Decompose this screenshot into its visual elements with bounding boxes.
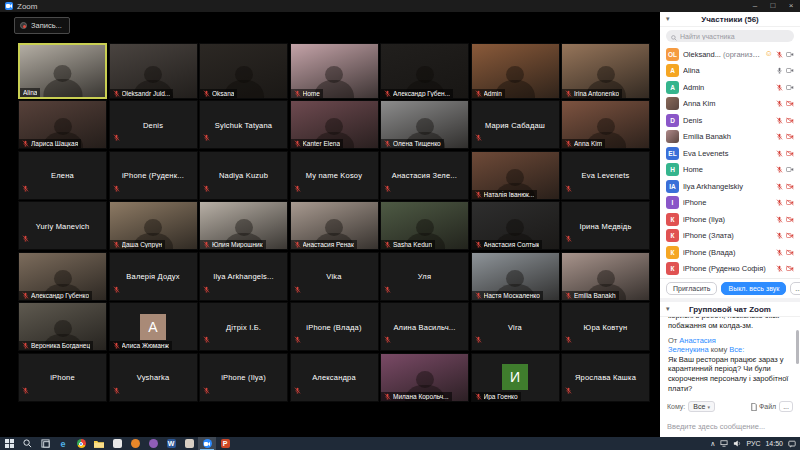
participant-tile[interactable]: Nadiya Kuzub (199, 151, 288, 200)
chat-recipient-select[interactable]: Все▾ (688, 401, 715, 412)
video-tile[interactable]: Anna Kim (561, 100, 650, 149)
participant-tile[interactable]: Мария Сабадаш (471, 100, 560, 149)
video-tile[interactable]: Sasha Kedun (380, 201, 469, 250)
network-icon[interactable] (720, 440, 728, 447)
participant-row[interactable]: КiPhone (Руденко Софія) (660, 261, 800, 278)
maximize-button[interactable]: □ (764, 0, 782, 12)
video-tile[interactable]: Oksana (199, 43, 288, 99)
participant-row[interactable]: AAlina (660, 63, 800, 80)
clock[interactable]: 14:50 (765, 440, 783, 447)
participant-tile[interactable]: Алина Васильч... (380, 302, 469, 351)
zoom-app-icon[interactable] (198, 437, 216, 450)
video-tile[interactable]: Irina Antonenko (561, 43, 650, 99)
viber-icon[interactable] (144, 437, 162, 450)
participant-tile[interactable]: My name Kosoy (290, 151, 379, 200)
participant-tile[interactable]: ИИра Гоенко (471, 353, 560, 402)
recording-indicator[interactable]: Запись... (14, 17, 70, 34)
word-icon[interactable]: W (162, 437, 180, 450)
mute-all-button[interactable]: Выкл. весь звук (721, 282, 786, 295)
participant-row[interactable]: КiPhone (Ilya) (660, 211, 800, 228)
speaker-icon[interactable] (733, 440, 741, 447)
participant-tile[interactable]: Vira (471, 302, 560, 351)
chat-message-input[interactable] (667, 422, 793, 431)
close-button[interactable]: × (782, 0, 800, 12)
search-input[interactable] (680, 33, 789, 40)
participant-tile[interactable]: iPhone (Руденк... (109, 151, 198, 200)
participant-row[interactable]: IAIlya Arkhangelskiy (660, 178, 800, 195)
mic-muted-icon (776, 100, 783, 107)
video-tile[interactable]: Олена Тищенко (380, 100, 469, 149)
video-tile[interactable]: Даша Супрун (109, 201, 198, 250)
participant-tile[interactable]: Дітріх І.Б. (199, 302, 288, 351)
invite-button[interactable]: Пригласить (666, 282, 717, 295)
participant-tile[interactable]: Елена (18, 151, 107, 200)
participant-row[interactable]: ELEva Levenets (660, 145, 800, 162)
participant-row[interactable]: DDenis (660, 112, 800, 129)
video-tile[interactable]: Юлия Мирошник (199, 201, 288, 250)
video-tile[interactable]: Анастасия Ренак (290, 201, 379, 250)
participant-tile[interactable]: iPhone (Ilya) (199, 353, 288, 402)
chat-recipient-link[interactable]: Все: (729, 345, 744, 354)
participant-tile[interactable]: Александра (290, 353, 379, 402)
task-view-button[interactable] (36, 437, 54, 450)
video-tile[interactable]: Лариса Шацкая (18, 100, 107, 149)
video-tile[interactable]: Анастасия Солтык (471, 201, 560, 250)
powerpoint-icon[interactable]: P (216, 437, 234, 450)
participant-tile[interactable]: Юра Ковтун (561, 302, 650, 351)
participant-tile[interactable]: Ilya Arkhangels... (199, 252, 288, 301)
participant-tile[interactable]: Yuriy Manevich (18, 201, 107, 250)
participant-tile[interactable]: Уля (380, 252, 469, 301)
video-tile[interactable]: Emilia Banakh (561, 252, 650, 301)
language-indicator[interactable]: РУС (746, 440, 760, 447)
participant-search[interactable] (666, 30, 794, 42)
tray-chevron-icon[interactable]: ∧ (710, 440, 715, 448)
photos-app-icon[interactable] (108, 437, 126, 450)
participant-tile[interactable]: Ярослава Кашка (561, 353, 650, 402)
collapse-participants-icon[interactable]: ▾ (666, 15, 670, 23)
participant-row[interactable]: КiPhone (Злата) (660, 228, 800, 245)
participant-row[interactable]: IiPhone (660, 195, 800, 212)
minimize-button[interactable]: – (746, 0, 764, 12)
video-tile[interactable]: Настя Москаленко (471, 252, 560, 301)
video-tile[interactable]: Home (290, 43, 379, 99)
participant-row[interactable]: HHome (660, 162, 800, 179)
video-tile[interactable]: Kanter Elena (290, 100, 379, 149)
participant-tile[interactable]: Валерія Додух (109, 252, 198, 301)
participant-row[interactable]: AAdmin (660, 79, 800, 96)
notification-center-icon[interactable] (788, 440, 796, 448)
participants-more-button[interactable]: ... (790, 282, 800, 295)
video-tile[interactable]: Oleksandr Juld... (109, 43, 198, 99)
participant-tile[interactable]: iPhone (Влада) (290, 302, 379, 351)
participant-row[interactable]: КiPhone (Влада) (660, 244, 800, 261)
search-button[interactable] (18, 437, 36, 450)
participant-row[interactable]: OLOleksand... (организатор, я)☺ (660, 46, 800, 63)
edge-icon[interactable]: e (54, 437, 72, 450)
participant-tile[interactable]: Анастасия Зеле... (380, 151, 469, 200)
chat-more-button[interactable]: ... (779, 401, 793, 412)
video-tile[interactable]: Наталія Іванюк... (471, 151, 560, 200)
participant-tile[interactable]: Eva Levenets (561, 151, 650, 200)
participant-tile[interactable]: Sylchuk Tatyana (199, 100, 288, 149)
participant-tile[interactable]: Vysharka (109, 353, 198, 402)
participant-tile[interactable]: Ірина Медвідь (561, 201, 650, 250)
video-tile[interactable]: Милана Корольч... (380, 353, 469, 402)
start-button[interactable] (0, 437, 18, 450)
app-orange-icon[interactable] (126, 437, 144, 450)
video-tile[interactable]: Admin (471, 43, 560, 99)
participant-row[interactable]: Anna Kim (660, 96, 800, 113)
participant-tile[interactable]: Denis (109, 100, 198, 149)
participant-tile[interactable]: Vika (290, 252, 379, 301)
video-tile[interactable]: Alina (18, 43, 107, 99)
chat-file-button[interactable]: Файл (751, 403, 776, 411)
chat-scrollbar[interactable] (796, 330, 799, 364)
participant-tile[interactable]: iPhone (18, 353, 107, 402)
video-tile[interactable]: Александр Губенко (18, 252, 107, 301)
participant-row[interactable]: Emilia Banakh (660, 129, 800, 146)
file-explorer-icon[interactable] (90, 437, 108, 450)
video-tile[interactable]: Вероника Богданец (18, 302, 107, 351)
app-beige-icon[interactable] (180, 437, 198, 450)
chrome-icon[interactable] (72, 437, 90, 450)
collapse-chat-icon[interactable]: ▾ (666, 305, 670, 313)
participant-tile[interactable]: ААлиса Жюманж (109, 302, 198, 351)
video-tile[interactable]: Александр Губен... (380, 43, 469, 99)
